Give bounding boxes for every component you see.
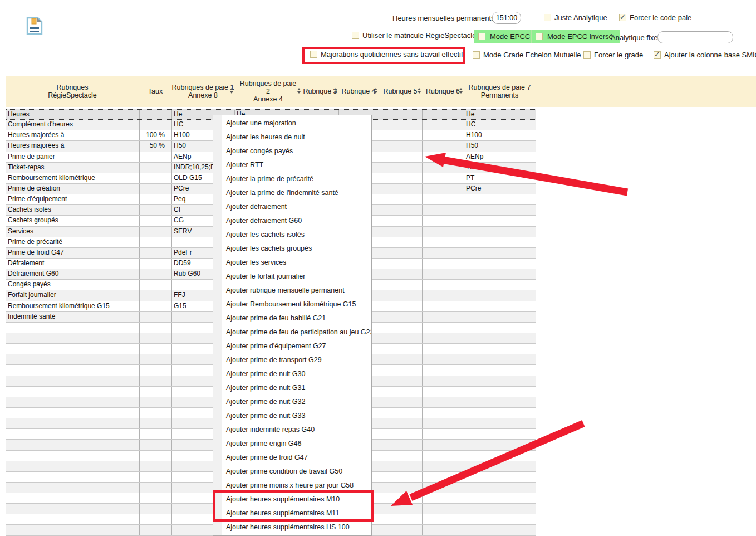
table-cell[interactable] [379,227,423,237]
table-cell[interactable] [379,110,423,119]
table-cell[interactable] [379,130,423,140]
table-cell[interactable]: Remboursement kilométrique [6,173,140,183]
table-cell[interactable] [140,205,172,215]
table-cell[interactable] [140,194,172,204]
sort-icon[interactable] [459,88,463,94]
table-cell[interactable] [423,110,464,119]
context-menu-item[interactable]: Ajouter les cachets groupés [213,242,371,256]
table-cell[interactable] [423,344,464,354]
table-cell[interactable] [140,365,172,375]
table-cell[interactable] [423,365,464,375]
context-menu-item[interactable]: Ajouter prime de nuit G31 [213,381,371,395]
table-cell[interactable] [423,163,464,173]
table-cell[interactable] [423,237,464,247]
table-cell[interactable]: AENp [464,152,536,162]
heures-mensuelles-input[interactable] [492,12,521,24]
table-cell[interactable] [379,451,423,461]
table-cell[interactable]: Remboursement kilométrique G15 [6,301,140,311]
context-menu-item[interactable]: Ajouter les heures de nuit [213,130,371,144]
table-cell[interactable] [140,483,172,493]
table-cell[interactable]: Prime de création [6,184,140,194]
context-menu-item[interactable]: Ajouter heures supplémentaires M10 [213,493,371,506]
table-cell[interactable] [423,290,464,300]
table-cell[interactable]: 100 % [140,130,172,140]
table-cell[interactable] [423,397,464,407]
table-cell[interactable] [140,173,172,183]
table-cell[interactable] [423,472,464,482]
table-cell[interactable] [379,376,423,386]
mode-epcc-inverse-checkbox[interactable] [536,33,543,40]
table-cell[interactable] [6,504,140,514]
table-cell[interactable] [464,312,536,322]
table-cell[interactable]: Congés payés [6,280,140,290]
forcer-code-paie-checkbox[interactable] [619,14,626,21]
table-cell[interactable] [6,333,140,343]
table-cell[interactable] [464,376,536,386]
table-cell[interactable] [464,227,536,237]
table-cell[interactable]: Défraiement [6,259,140,269]
table-cell[interactable] [423,483,464,493]
column-header-2[interactable]: Rubriques de paie 1Annexe 8 [171,76,234,107]
table-cell[interactable] [423,259,464,269]
table-cell[interactable] [464,461,536,471]
table-cell[interactable] [140,248,172,258]
table-cell[interactable] [423,440,464,450]
table-cell[interactable] [423,418,464,428]
column-header-7[interactable]: Rubrique 6 [422,76,464,107]
context-menu[interactable]: Ajouter une majorationAjouter les heures… [213,115,372,536]
table-cell[interactable] [423,130,464,140]
majorations-checkbox[interactable] [310,51,317,58]
table-cell[interactable] [379,323,423,333]
table-cell[interactable] [464,269,536,279]
table-cell[interactable]: He [464,110,536,119]
table-cell[interactable] [379,354,423,364]
context-menu-item[interactable]: Ajouter la prime de précarité [213,172,371,186]
table-cell[interactable] [423,504,464,514]
context-menu-item[interactable]: Ajouter rubrique mensuelle permanent [213,284,371,298]
table-cell[interactable] [423,227,464,237]
table-cell[interactable]: TRt [464,163,536,173]
table-cell[interactable] [6,365,140,375]
table-cell[interactable] [464,451,536,461]
table-cell[interactable] [140,504,172,514]
table-cell[interactable] [140,290,172,300]
table-cell[interactable] [140,163,172,173]
table-cell[interactable] [423,269,464,279]
table-cell[interactable] [6,387,140,397]
save-icon[interactable] [26,17,43,36]
table-cell[interactable] [423,120,464,130]
context-menu-item[interactable]: Ajouter indemnité repas G40 [213,423,371,437]
table-cell[interactable] [423,376,464,386]
context-menu-item[interactable]: Ajouter prime engin G46 [213,437,371,451]
table-cell[interactable] [379,152,423,162]
column-header-3[interactable]: Rubriques de paie2Annexe 4 [234,76,302,107]
table-cell[interactable] [6,418,140,428]
table-cell[interactable] [6,397,140,407]
table-cell[interactable] [464,248,536,258]
table-cell[interactable] [140,152,172,162]
table-cell[interactable] [423,194,464,204]
table-cell[interactable] [140,387,172,397]
table-cell[interactable]: PT [464,173,536,183]
table-cell[interactable]: Services [6,227,140,237]
table-cell[interactable] [464,429,536,439]
context-menu-item[interactable]: Ajouter prime de nuit G30 [213,367,371,381]
table-cell[interactable] [379,237,423,247]
mode-epcc-checkbox[interactable] [478,33,485,40]
context-menu-item[interactable]: Ajouter prime moins x heure par jour G58 [213,479,371,493]
column-header-1[interactable]: Taux [139,76,171,107]
table-cell[interactable]: Prime de panier [6,152,140,162]
column-header-5[interactable]: Rubrique 4 [338,76,379,107]
table-cell[interactable] [464,301,536,311]
table-cell[interactable] [423,280,464,290]
context-menu-item[interactable]: Ajouter une majoration [213,116,371,130]
table-cell[interactable] [379,365,423,375]
table-cell[interactable] [464,290,536,300]
table-cell[interactable]: 50 % [140,141,172,151]
table-cell[interactable] [464,525,536,535]
table-cell[interactable] [464,354,536,364]
table-cell[interactable] [379,216,423,226]
table-cell[interactable] [6,493,140,503]
table-cell[interactable] [464,493,536,503]
table-cell[interactable] [464,397,536,407]
